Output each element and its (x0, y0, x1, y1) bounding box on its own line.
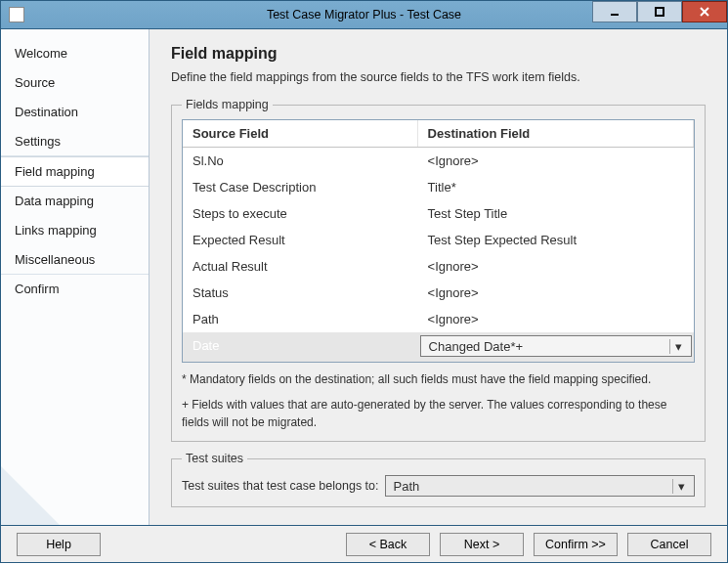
test-suites-dropdown[interactable]: Path ▾ (385, 475, 695, 497)
maximize-button[interactable] (637, 1, 682, 22)
mapping-row[interactable]: Status <Ignore> (183, 280, 694, 306)
test-suites-group: Test suites Test suites that test case b… (171, 452, 706, 507)
content-area: Welcome Source Destination Settings Fiel… (0, 29, 728, 526)
source-cell: Sl.No (183, 151, 418, 171)
svg-rect-1 (656, 8, 664, 16)
destination-cell: <Ignore> (418, 282, 694, 303)
page-description: Define the field mappings from the sourc… (171, 70, 706, 84)
source-cell: Date (183, 335, 418, 359)
sidebar-item-miscellaneous[interactable]: Miscellaneous (1, 245, 149, 275)
mapping-row-editing[interactable]: Date Changed Date*+ ▾ (183, 332, 694, 362)
main-panel: Field mapping Define the field mappings … (150, 29, 727, 525)
sidebar-item-label: Welcome (15, 46, 67, 61)
sidebar-item-label: Data mapping (15, 194, 94, 208)
back-button[interactable]: < Back (346, 533, 430, 556)
sidebar-item-label: Destination (15, 105, 78, 119)
fields-mapping-group: Fields mapping Source Field Destination … (171, 98, 706, 442)
help-button[interactable]: Help (17, 533, 101, 556)
sidebar-decoration (1, 466, 60, 525)
source-cell: Expected Result (183, 230, 418, 250)
column-source: Source Field (183, 120, 418, 147)
next-button[interactable]: Next > (440, 533, 524, 556)
source-cell: Path (183, 309, 418, 329)
test-suites-row: Test suites that test case belongs to: P… (182, 475, 695, 497)
confirm-button[interactable]: Confirm >> (534, 533, 618, 556)
sidebar-item-label: Miscellaneous (15, 252, 95, 267)
mapping-row[interactable]: Path <Ignore> (183, 306, 694, 332)
mapping-row[interactable]: Expected Result Test Step Expected Resul… (183, 227, 694, 253)
sidebar-item-label: Confirm (15, 282, 60, 296)
sidebar-item-data-mapping[interactable]: Data mapping (1, 187, 149, 216)
destination-cell: <Ignore> (418, 309, 694, 329)
destination-cell: <Ignore> (418, 151, 694, 171)
source-cell: Status (183, 282, 418, 303)
window-title: Test Case Migrator Plus - Test Case (267, 8, 461, 22)
destination-cell: <Ignore> (418, 256, 694, 277)
column-destination: Destination Field (418, 120, 694, 147)
test-suites-label: Test suites that test case belongs to: (182, 479, 379, 493)
page-heading: Field mapping (171, 45, 706, 63)
sidebar-item-label: Field mapping (15, 164, 95, 179)
destination-cell: Test Step Title (418, 203, 694, 224)
cancel-button[interactable]: Cancel (627, 533, 711, 556)
note-mandatory: * Mandatory fields on the destination; a… (182, 370, 695, 388)
window-buttons (592, 1, 727, 22)
sidebar-item-links-mapping[interactable]: Links mapping (1, 216, 149, 245)
chevron-down-icon: ▾ (669, 339, 687, 354)
sidebar-item-source[interactable]: Source (1, 68, 149, 98)
mapping-row[interactable]: Steps to execute Test Step Title (183, 200, 694, 227)
title-bar: Test Case Migrator Plus - Test Case (0, 0, 728, 29)
footer-bar: Help < Back Next > Confirm >> Cancel (0, 526, 728, 563)
chevron-down-icon: ▾ (672, 479, 690, 494)
sidebar-item-label: Links mapping (15, 223, 97, 238)
source-cell: Actual Result (183, 256, 418, 277)
sidebar-item-label: Settings (15, 134, 61, 149)
sidebar-item-destination[interactable]: Destination (1, 98, 149, 127)
sidebar-item-settings[interactable]: Settings (1, 127, 149, 156)
sidebar-item-label: Source (15, 75, 55, 90)
mapping-row[interactable]: Sl.No <Ignore> (183, 148, 694, 174)
app-icon (9, 7, 24, 22)
sidebar-item-field-mapping[interactable]: Field mapping (1, 156, 149, 187)
source-cell: Test Case Description (183, 177, 418, 197)
destination-cell: Changed Date*+ ▾ (418, 335, 694, 359)
source-cell: Steps to execute (183, 203, 418, 224)
destination-cell: Test Step Expected Result (418, 230, 694, 250)
note-autogen: + Fields with values that are auto-gener… (182, 396, 695, 431)
dropdown-value: Changed Date*+ (429, 339, 524, 354)
destination-cell: Title* (418, 177, 694, 197)
mapping-grid[interactable]: Source Field Destination Field Sl.No <Ig… (182, 119, 695, 363)
grid-header: Source Field Destination Field (183, 120, 694, 148)
fields-mapping-legend: Fields mapping (182, 98, 273, 111)
sidebar-item-welcome[interactable]: Welcome (1, 39, 149, 68)
mapping-row[interactable]: Test Case Description Title* (183, 174, 694, 200)
sidebar-item-confirm[interactable]: Confirm (1, 275, 149, 304)
test-suites-legend: Test suites (182, 452, 247, 465)
wizard-sidebar: Welcome Source Destination Settings Fiel… (1, 29, 150, 525)
minimize-button[interactable] (592, 1, 637, 22)
mapping-row[interactable]: Actual Result <Ignore> (183, 253, 694, 280)
close-button[interactable] (682, 1, 727, 22)
destination-dropdown[interactable]: Changed Date*+ ▾ (420, 335, 692, 357)
dropdown-value: Path (394, 479, 420, 494)
